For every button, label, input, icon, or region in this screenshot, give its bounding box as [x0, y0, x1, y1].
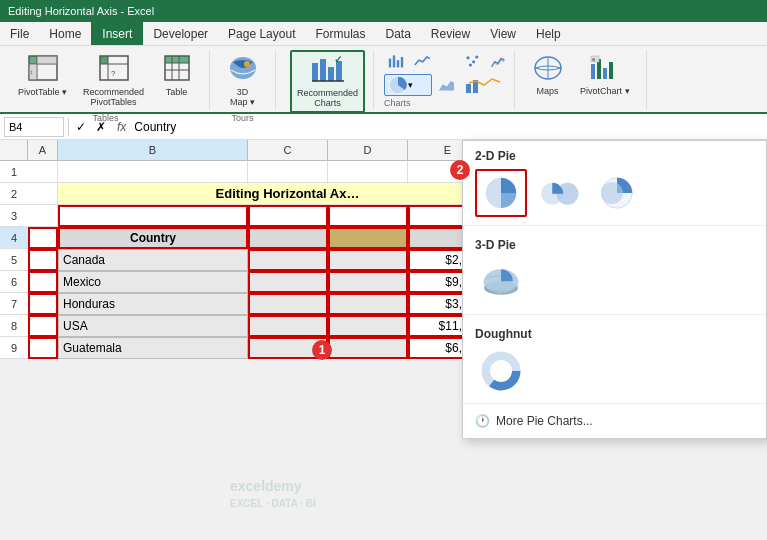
cell-a6[interactable]	[28, 271, 58, 293]
row-header-9: 9	[0, 337, 28, 359]
cancel-icon[interactable]: ✗	[93, 120, 109, 134]
cell-b7[interactable]: Honduras	[58, 293, 248, 315]
cell-d6[interactable]	[328, 271, 408, 293]
badge-1: 1	[312, 340, 332, 360]
svg-point-36	[475, 55, 478, 58]
svg-marker-33	[439, 81, 454, 91]
pie-2d-option-3[interactable]	[591, 169, 643, 217]
area-chart-button[interactable]	[434, 74, 458, 96]
menu-review[interactable]: Review	[421, 22, 480, 45]
pie-3d-option-1[interactable]	[475, 258, 527, 306]
surface-chart-button[interactable]	[486, 50, 510, 72]
row-header-5: 5	[0, 249, 28, 271]
menu-home[interactable]: Home	[39, 22, 91, 45]
cell-c4[interactable]	[248, 227, 328, 249]
menu-data[interactable]: Data	[375, 22, 420, 45]
cell-d1[interactable]	[328, 161, 408, 183]
cell-d3[interactable]	[328, 205, 408, 227]
pie-chart-dropdown: 2-D Pie	[462, 140, 767, 439]
cell-d8[interactable]	[328, 315, 408, 337]
svg-point-35	[472, 60, 475, 63]
cell-b3[interactable]	[58, 205, 248, 227]
cell-a2[interactable]	[28, 183, 58, 205]
menu-insert[interactable]: Insert	[91, 22, 143, 45]
menu-help[interactable]: Help	[526, 22, 571, 45]
cell-b6[interactable]: Mexico	[58, 271, 248, 293]
badge-2: 2	[450, 160, 470, 180]
menu-file[interactable]: File	[0, 22, 39, 45]
svg-text:↕: ↕	[30, 69, 33, 75]
clock-icon: 🕐	[475, 414, 490, 428]
pie-2d-title: 2-D Pie	[475, 149, 754, 163]
menu-view[interactable]: View	[480, 22, 526, 45]
cell-a3[interactable]	[28, 205, 58, 227]
svg-rect-44	[603, 68, 607, 79]
recommended-pivot-tables-button[interactable]: ? RecommendedPivotTables	[77, 50, 150, 111]
cell-b4[interactable]: Country	[58, 227, 248, 249]
cell-a4[interactable]	[28, 227, 58, 249]
checkmark-icon[interactable]: ✓	[73, 120, 89, 134]
charts-group-label: Charts	[384, 98, 510, 108]
svg-point-52	[601, 182, 623, 204]
cell-a9[interactable]	[28, 337, 58, 359]
svg-point-34	[466, 56, 469, 59]
cell-c5[interactable]	[248, 249, 328, 271]
cell-c6[interactable]	[248, 271, 328, 293]
pie-3d-title: 3-D Pie	[475, 238, 754, 252]
menu-formulas[interactable]: Formulas	[305, 22, 375, 45]
ribbon-group-charts: ▾	[380, 50, 515, 110]
cell-a7[interactable]	[28, 293, 58, 315]
cell-reference[interactable]: B4	[4, 117, 64, 137]
ribbon-group-tours: 3DMap ▾ Tours	[216, 50, 276, 110]
cell-c1[interactable]	[248, 161, 328, 183]
recommended-pivot-icon: ?	[98, 54, 130, 86]
bar-chart-button[interactable]	[384, 50, 408, 72]
more-pie-charts-link[interactable]: 🕐 More Pie Charts...	[463, 408, 766, 434]
cell-b1[interactable]	[58, 161, 248, 183]
cell-b5[interactable]: Canada	[58, 249, 248, 271]
svg-rect-38	[466, 84, 471, 93]
formula-input[interactable]: Country	[134, 120, 763, 134]
cell-b9[interactable]: Guatemala	[58, 337, 248, 359]
row-header-8: 8	[0, 315, 28, 337]
maps-button[interactable]: Maps	[525, 50, 570, 100]
cell-d9[interactable]	[328, 337, 408, 359]
cell-b8[interactable]: USA	[58, 315, 248, 337]
menu-page-layout[interactable]: Page Layout	[218, 22, 305, 45]
pie-chart-dropdown-button[interactable]: ▾	[384, 74, 432, 96]
pie-2d-option-1[interactable]	[475, 169, 527, 217]
cell-d5[interactable]	[328, 249, 408, 271]
line-chart-button[interactable]	[410, 50, 434, 72]
svg-text:⊞: ⊞	[592, 57, 595, 62]
recommended-charts-button[interactable]: ✓ RecommendedCharts	[290, 50, 365, 113]
svg-rect-45	[609, 62, 613, 79]
row-header-2: 2	[0, 183, 28, 205]
pivot-table-button[interactable]: ↕ PivotTable ▾	[12, 50, 73, 101]
more-pie-charts-text: More Pie Charts...	[496, 414, 593, 428]
row-header-3: 3	[0, 205, 28, 227]
cell-a1[interactable]	[28, 161, 58, 183]
ribbon-group-tables: ↕ PivotTable ▾ ?	[8, 50, 210, 110]
pie-2d-option-2[interactable]	[533, 169, 585, 217]
cell-c7[interactable]	[248, 293, 328, 315]
pivot-chart-button[interactable]: ⊞ PivotChart ▾	[574, 50, 636, 100]
row-header-4: 4	[0, 227, 28, 249]
cell-b2[interactable]: Editing Horizontal Ax…	[58, 183, 518, 205]
scatter-chart-button[interactable]	[460, 50, 484, 72]
watermark: exceldemyEXCEL · DATA · BI	[230, 478, 316, 510]
recommended-pivot-label: RecommendedPivotTables	[83, 87, 144, 107]
svg-rect-24	[328, 67, 334, 81]
combo-chart-button[interactable]	[460, 74, 508, 96]
cell-d4[interactable]	[328, 227, 408, 249]
3d-map-button[interactable]: 3DMap ▾	[220, 50, 265, 111]
doughnut-option-1[interactable]	[475, 347, 527, 395]
menu-developer[interactable]: Developer	[143, 22, 218, 45]
cell-d7[interactable]	[328, 293, 408, 315]
cell-c8[interactable]	[248, 315, 328, 337]
dropdown-divider-2	[463, 314, 766, 315]
table-button[interactable]: Table	[154, 50, 199, 101]
cell-a8[interactable]	[28, 315, 58, 337]
cell-c3[interactable]	[248, 205, 328, 227]
cell-a5[interactable]	[28, 249, 58, 271]
col-header-b[interactable]: B	[58, 140, 248, 160]
